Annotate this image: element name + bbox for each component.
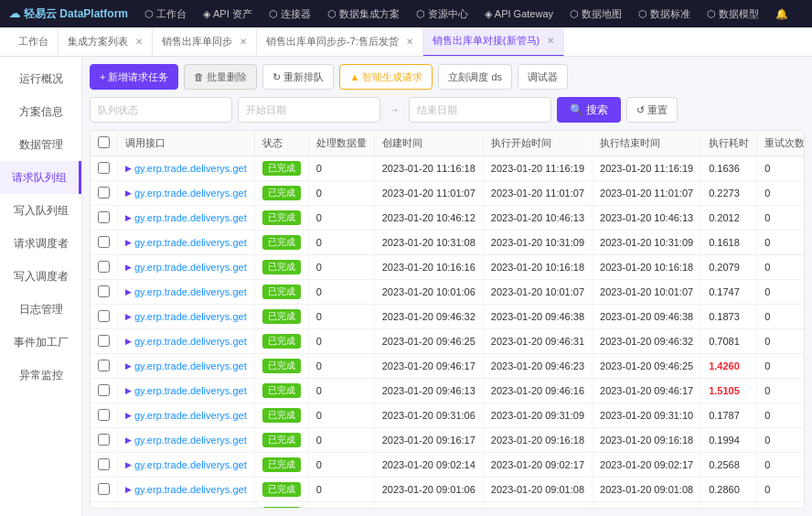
interface-cell: ▶ gy.erp.trade.deliverys.get (118, 453, 255, 478)
sidebar-item-overview[interactable]: 运行概况 (0, 62, 81, 95)
row-checkbox-10[interactable] (98, 409, 110, 421)
tab-solution-list[interactable]: 集成方案列表 ✕ (59, 27, 153, 57)
sidebar-item-request-queue[interactable]: 请求队列组 (0, 161, 81, 194)
interface-cell: ▶ gy.erp.trade.deliverys.get (118, 305, 255, 329)
row-checkbox-14[interactable] (98, 508, 110, 510)
interface-link[interactable]: ▶ gy.erp.trade.deliverys.get (125, 360, 247, 371)
interface-link[interactable]: ▶ gy.erp.trade.deliverys.get (125, 212, 247, 223)
interface-link[interactable]: ▶ gy.erp.trade.deliverys.get (125, 188, 247, 199)
map-icon: ⬡ (570, 8, 579, 20)
table-row: ▶ gy.erp.trade.deliverys.get 已完成 0 2023-… (91, 329, 805, 354)
end-time-cell: 2023-01-20 09:16:18 (593, 428, 701, 453)
status-cell: 已完成 (254, 280, 308, 305)
interface-link[interactable]: ▶ gy.erp.trade.deliverys.get (125, 262, 247, 273)
smart-generate-button[interactable]: ▲ 智能生成请求 (339, 64, 433, 90)
tab-sales-sync[interactable]: 销售出库单同步 ✕ (153, 27, 257, 57)
batch-delete-button[interactable]: 🗑 批量删除 (184, 64, 257, 90)
interface-link[interactable]: ▶ gy.erp.trade.deliverys.get (125, 237, 247, 248)
count-cell: 0 (308, 255, 374, 280)
status-badge: 已完成 (262, 210, 301, 225)
debugger-button[interactable]: 调试器 (518, 64, 568, 90)
nav-data-standard[interactable]: ⬡ 数据标准 (638, 7, 690, 21)
nav-api-gateway[interactable]: ◈ API Gateway (485, 8, 553, 20)
sidebar-item-exception-monitor[interactable]: 异常监控 (0, 359, 81, 392)
sidebar-item-data-mgmt[interactable]: 数据管理 (0, 128, 81, 161)
nav-resource-center[interactable]: ⬡ 资源中心 (416, 7, 468, 21)
sidebar-item-write-scheduler[interactable]: 写入调度者 (0, 260, 81, 293)
sidebar-item-plan-info[interactable]: 方案信息 (0, 95, 81, 128)
created-cell: 2023-01-20 09:02:14 (374, 453, 483, 478)
tab-close-solution-list[interactable]: ✕ (135, 37, 143, 47)
sidebar-item-request-scheduler[interactable]: 请求调度者 (0, 227, 81, 260)
nav-notification[interactable]: 🔔 (775, 8, 788, 20)
row-checkbox-2[interactable] (98, 211, 110, 223)
play-icon: ▶ (125, 361, 132, 371)
interface-link[interactable]: ▶ gy.erp.trade.deliverys.get (125, 385, 247, 396)
row-checkbox-5[interactable] (98, 285, 110, 297)
nav-data-model[interactable]: ⬡ 数据模型 (707, 7, 759, 21)
nav-api-assets[interactable]: ◈ API 资产 (203, 7, 252, 21)
schedule-ds-button[interactable]: 立刻调度 ds (438, 64, 512, 90)
data-integration-icon: ⬡ (327, 8, 337, 20)
tab-close-sales-sync[interactable]: ✕ (240, 37, 247, 47)
elapsed-cell: 0.1747 (701, 280, 757, 305)
play-icon: ▶ (125, 263, 132, 272)
created-cell: 2023-01-20 09:01:06 (374, 478, 483, 502)
row-checkbox-11[interactable] (98, 434, 110, 446)
col-checkbox (91, 131, 118, 156)
sidebar-item-log-mgmt[interactable]: 日志管理 (0, 293, 81, 326)
interface-link[interactable]: ▶ gy.erp.trade.deliverys.get (125, 286, 247, 297)
interface-link[interactable]: ▶ gy.erp.trade.deliverys.get (125, 484, 247, 495)
search-button[interactable]: 🔍 搜索 (557, 97, 621, 123)
tab-workbench[interactable]: 工作台 (9, 27, 59, 57)
status-cell: 已完成 (254, 206, 308, 231)
row-checkbox-9[interactable] (98, 384, 110, 396)
requeue-button[interactable]: ↻ 重新排队 (262, 64, 334, 90)
elapsed-cell: 0.2012 (701, 206, 757, 231)
start-time-cell: 2023-01-20 09:16:18 (483, 428, 592, 453)
row-checkbox-3[interactable] (98, 236, 110, 248)
count-cell: 0 (308, 428, 374, 453)
tab-close-sales-docking[interactable]: ✕ (547, 36, 554, 46)
sidebar-item-event-factory[interactable]: 事件加工厂 (0, 326, 81, 359)
row-checkbox-6[interactable] (98, 310, 110, 322)
table-row: ▶ gy.erp.trade.deliverys.get 已完成 0 2023-… (91, 502, 805, 510)
table-row: ▶ gy.erp.trade.deliverys.get 已完成 0 2023-… (91, 428, 805, 453)
end-date-input[interactable] (409, 97, 551, 123)
status-badge: 已完成 (262, 285, 301, 299)
content-area: + 新增请求任务 🗑 批量删除 ↻ 重新排队 ▲ 智能生成请求 立刻调度 ds … (82, 57, 812, 516)
interface-link[interactable]: ▶ gy.erp.trade.deliverys.get (125, 336, 247, 347)
row-checkbox-1[interactable] (98, 187, 110, 199)
add-request-task-button[interactable]: + 新增请求任务 (90, 64, 178, 90)
count-cell: 0 (308, 206, 374, 231)
interface-link[interactable]: ▶ gy.erp.trade.deliverys.get (125, 459, 247, 470)
status-badge: 已完成 (262, 309, 301, 324)
row-checkbox-8[interactable] (98, 360, 110, 371)
row-checkbox-7[interactable] (98, 335, 110, 347)
interface-link[interactable]: ▶ gy.erp.trade.deliverys.get (125, 410, 247, 421)
queue-status-input[interactable] (90, 97, 232, 123)
nav-workbench[interactable]: ⬡ 工作台 (144, 7, 187, 21)
row-checkbox-4[interactable] (98, 261, 110, 273)
nav-data-map[interactable]: ⬡ 数据地图 (570, 7, 622, 21)
row-checkbox-12[interactable] (98, 458, 110, 470)
row-checkbox-0[interactable] (98, 162, 110, 174)
elapsed-cell: 1.4260 (701, 354, 757, 379)
interface-cell: ▶ gy.erp.trade.deliverys.get (118, 329, 255, 354)
nav-data-integration[interactable]: ⬡ 数据集成方案 (327, 7, 400, 21)
tab-sales-docking[interactable]: 销售出库单对接(新管马) ✕ (423, 27, 564, 57)
interface-link[interactable]: ▶ gy.erp.trade.deliverys.get (125, 163, 247, 174)
interface-link[interactable]: ▶ gy.erp.trade.deliverys.get (125, 435, 247, 446)
tab-sales-step7[interactable]: 销售出库单同步步-7:售后发货 ✕ (257, 27, 423, 57)
col-elapsed: 执行耗时 (701, 131, 757, 156)
reset-button[interactable]: ↺ 重置 (626, 97, 678, 123)
select-all-checkbox[interactable] (98, 136, 110, 148)
sidebar-item-write-queue[interactable]: 写入队列组 (0, 194, 81, 227)
start-date-input[interactable] (238, 97, 380, 123)
created-cell: 2023-01-20 09:46:25 (374, 329, 483, 354)
interface-link[interactable]: ▶ gy.erp.trade.deliverys.get (125, 311, 247, 322)
interface-cell: ▶ gy.erp.trade.deliverys.get (118, 403, 255, 428)
nav-connector[interactable]: ⬡ 连接器 (269, 7, 311, 21)
tab-close-sales-step7[interactable]: ✕ (406, 37, 413, 47)
row-checkbox-13[interactable] (98, 483, 110, 495)
